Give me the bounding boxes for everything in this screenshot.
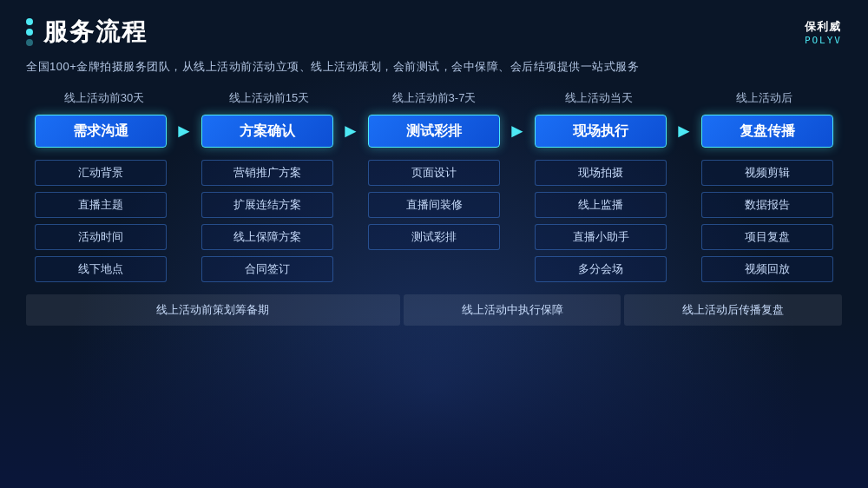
detail-item-3-2: 直播小助手 (535, 224, 667, 250)
detail-item-1-0: 营销推广方案 (201, 160, 333, 186)
detail-item-4-3: 视频回放 (701, 256, 833, 282)
detail-item-0-0: 汇动背景 (35, 160, 167, 186)
step-btn-0[interactable]: 需求沟通 (35, 115, 167, 148)
arrow-2: ► (341, 120, 360, 142)
dot-2 (26, 29, 33, 36)
detail-item-2-2: 测试彩排 (368, 224, 500, 250)
detail-item-2-1: 直播间装修 (368, 192, 500, 218)
detail-item-1-2: 线上保障方案 (201, 224, 333, 250)
detail-col-2: 页面设计 直播间装修 测试彩排 (368, 160, 500, 282)
dot-3 (26, 39, 33, 46)
arrow-1: ► (174, 120, 194, 142)
bottom-label-0: 线上活动前策划筹备期 (26, 294, 400, 326)
bottom-label-1: 线上活动中执行保障 (404, 294, 621, 326)
detail-item-0-2: 活动时间 (35, 224, 167, 250)
detail-item-1-1: 扩展连结方案 (201, 192, 333, 218)
main-content: 服务流程 保利威 POLYV 全国100+金牌拍摄服务团队，从线上活动前活动立项… (0, 0, 868, 334)
logo-top: 保利威 (805, 19, 841, 35)
timeline-label-0: 线上活动前30天 (35, 90, 174, 106)
logo: 保利威 POLYV (805, 19, 842, 46)
subtitle: 全国100+金牌拍摄服务团队，从线上活动前活动立项、线上活动策划，会前测试，会中… (26, 59, 842, 75)
arrow-4: ► (674, 120, 694, 142)
header: 服务流程 保利威 POLYV (26, 16, 842, 49)
page-title: 服务流程 (43, 16, 148, 49)
decoration-dots (26, 18, 33, 46)
timeline-labels: 线上活动前30天 线上活动前15天 线上活动前3-7天 线上活动当天 线上活动后 (26, 90, 842, 106)
detail-item-4-1: 数据报告 (701, 192, 833, 218)
detail-item-0-1: 直播主题 (35, 192, 167, 218)
step-btn-3[interactable]: 现场执行 (535, 115, 667, 148)
timeline-label-2: 线上活动前3-7天 (365, 90, 503, 106)
detail-item-3-1: 线上监播 (535, 192, 667, 218)
detail-col-3: 现场拍摄 线上监播 直播小助手 多分会场 (535, 160, 667, 282)
detail-item-2-0: 页面设计 (368, 160, 500, 186)
step-btn-2[interactable]: 测试彩排 (368, 115, 500, 148)
step-btn-1[interactable]: 方案确认 (201, 115, 333, 148)
detail-col-1: 营销推广方案 扩展连结方案 线上保障方案 合同签订 (201, 160, 333, 282)
arrow-3: ► (508, 120, 527, 142)
detail-col-0: 汇动背景 直播主题 活动时间 线下地点 (35, 160, 167, 282)
step-btn-4[interactable]: 复盘传播 (701, 115, 833, 148)
logo-bottom: POLYV (805, 35, 842, 46)
detail-item-1-3: 合同签订 (201, 256, 333, 282)
detail-item-4-2: 项目复盘 (701, 224, 833, 250)
details-row: 汇动背景 直播主题 活动时间 线下地点 营销推广方案 扩展连结方案 线上保障方案… (26, 160, 842, 282)
bottom-row: 线上活动前策划筹备期 线上活动中执行保障 线上活动后传播复盘 (26, 294, 842, 326)
bottom-label-2: 线上活动后传播复盘 (624, 294, 842, 326)
detail-item-3-0: 现场拍摄 (535, 160, 667, 186)
detail-col-4: 视频剪辑 数据报告 项目复盘 视频回放 (701, 160, 833, 282)
detail-item-3-3: 多分会场 (535, 256, 667, 282)
steps-row: 需求沟通 ► 方案确认 ► 测试彩排 ► 现场执行 ► 复盘传播 (26, 115, 842, 148)
timeline-label-3: 线上活动当天 (529, 90, 668, 106)
dot-1 (26, 18, 33, 25)
timeline-label-1: 线上活动前15天 (200, 90, 339, 106)
detail-item-0-3: 线下地点 (35, 256, 167, 282)
detail-item-4-0: 视频剪辑 (701, 160, 833, 186)
timeline-label-4: 线上活动后 (694, 90, 833, 106)
